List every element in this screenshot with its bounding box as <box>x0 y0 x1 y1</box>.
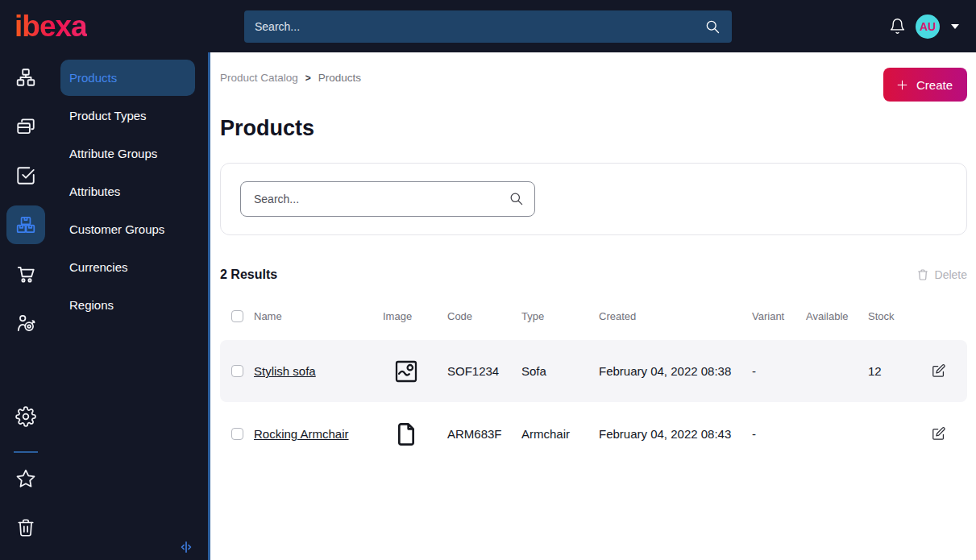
breadcrumb-products: Products <box>318 72 361 84</box>
star-icon <box>15 468 36 489</box>
sidebar-item-label: Customer Groups <box>69 222 164 236</box>
delete-button-label: Delete <box>935 268 967 281</box>
ibexa-logo[interactable]: ibexa <box>15 11 87 41</box>
rail-item-trash[interactable] <box>6 508 45 547</box>
body-row: Products Product Types Attribute Groups … <box>0 52 976 560</box>
plus-icon <box>895 78 909 92</box>
trash-icon <box>15 517 36 538</box>
product-variant: - <box>752 427 806 441</box>
sitemap-icon <box>15 67 36 88</box>
results-count: 2 Results <box>220 268 277 282</box>
rail-bottom-group <box>6 397 45 558</box>
icon-rail <box>0 52 51 560</box>
product-stock: 12 <box>868 364 923 378</box>
rail-item-pages[interactable] <box>6 107 45 146</box>
products-table: Name Image Code Type Created Variant Ava… <box>220 306 967 464</box>
product-boxes-icon <box>15 214 36 235</box>
global-search <box>244 10 732 43</box>
results-row: 2 Results Delete <box>220 268 967 282</box>
customer-target-icon <box>15 313 36 334</box>
rail-item-sitemap[interactable] <box>6 58 45 97</box>
column-header-name: Name <box>254 310 376 322</box>
app-window: ibexa AU <box>0 0 976 560</box>
sidebar-item-label: Attribute Groups <box>69 147 157 160</box>
row-checkbox[interactable] <box>231 365 243 377</box>
column-header-available: Available <box>806 310 868 322</box>
row-checkbox[interactable] <box>231 428 243 440</box>
column-header-image: Image <box>376 310 447 322</box>
sidebar-item-customer-groups[interactable]: Customer Groups <box>60 211 195 247</box>
table-row: Stylish sofa SOF1234 Sofa February 04, 2… <box>220 340 967 402</box>
product-variant: - <box>752 364 806 378</box>
search-icon[interactable] <box>509 191 524 206</box>
notifications-bell-icon[interactable] <box>889 18 906 35</box>
product-type: Sofa <box>521 364 599 378</box>
main-content: Product Catalog > Products Create Produc… <box>210 52 976 560</box>
image-icon <box>392 357 420 386</box>
rail-item-settings[interactable] <box>6 397 45 436</box>
product-type: Armchair <box>521 427 599 441</box>
rail-item-commerce[interactable] <box>6 255 45 293</box>
filter-search <box>240 181 535 217</box>
table-row: Rocking Armchair ARM683F Armchair Februa… <box>220 404 967 464</box>
column-header-type: Type <box>521 310 599 322</box>
sidebar-collapse-icon[interactable] <box>178 539 194 555</box>
product-created: February 04, 2022 08:43 <box>599 427 752 441</box>
rail-item-tasks[interactable] <box>6 156 45 195</box>
product-name-link[interactable]: Rocking Armchair <box>254 427 349 441</box>
global-search-input[interactable] <box>244 20 732 33</box>
rail-item-product-catalog[interactable] <box>6 205 45 244</box>
column-header-code: Code <box>447 310 521 322</box>
user-avatar[interactable]: AU <box>916 15 940 39</box>
sidebar-item-label: Regions <box>69 298 114 312</box>
sidebar-item-label: Currencies <box>69 260 128 274</box>
rail-divider <box>14 451 38 453</box>
product-created: February 04, 2022 08:38 <box>599 364 752 378</box>
logo-area: ibexa <box>15 11 244 41</box>
gear-icon <box>15 406 36 427</box>
column-header-variant: Variant <box>752 310 806 322</box>
rail-item-customers[interactable] <box>6 304 45 342</box>
edit-button[interactable] <box>930 426 946 442</box>
product-name-link[interactable]: Stylish sofa <box>254 364 316 378</box>
sidebar-item-label: Product Types <box>69 109 147 122</box>
sidebar-item-regions[interactable]: Regions <box>60 287 195 323</box>
breadcrumb: Product Catalog > Products <box>220 69 361 84</box>
edit-icon <box>931 426 946 442</box>
user-menu-caret-icon[interactable] <box>951 24 959 29</box>
filter-search-input[interactable] <box>240 181 535 217</box>
product-code: SOF1234 <box>447 364 521 378</box>
edit-button[interactable] <box>930 363 946 380</box>
cart-icon <box>15 263 36 284</box>
rail-item-bookmarks[interactable] <box>6 459 45 498</box>
product-code: ARM683F <box>447 427 521 441</box>
file-icon <box>392 420 420 449</box>
create-button[interactable]: Create <box>883 68 967 102</box>
delete-button[interactable]: Delete <box>916 268 967 281</box>
sidebar-menu: Products Product Types Attribute Groups … <box>51 52 210 560</box>
create-button-label: Create <box>916 78 953 92</box>
sidebar-item-product-types[interactable]: Product Types <box>60 97 195 134</box>
trash-icon <box>916 268 929 281</box>
sidebar-item-attributes[interactable]: Attributes <box>60 173 195 209</box>
sidebar-item-label: Products <box>69 71 117 85</box>
edit-icon <box>931 363 946 379</box>
sidebar-item-currencies[interactable]: Currencies <box>60 249 195 285</box>
filter-card <box>220 163 967 235</box>
pages-icon <box>15 116 36 137</box>
checkbox-check-icon <box>15 165 36 186</box>
column-header-created: Created <box>599 310 752 322</box>
table-header: Name Image Code Type Created Variant Ava… <box>220 306 967 326</box>
breadcrumb-product-catalog[interactable]: Product Catalog <box>220 72 298 84</box>
top-bar: ibexa AU <box>0 0 976 52</box>
column-header-stock: Stock <box>868 310 923 322</box>
breadcrumb-row: Product Catalog > Products Create <box>220 69 967 102</box>
select-all-checkbox[interactable] <box>231 310 243 322</box>
page-title: Products <box>220 116 967 141</box>
sidebar-item-label: Attributes <box>69 185 120 198</box>
topbar-right-group: AU <box>889 15 959 39</box>
search-icon[interactable] <box>704 19 721 35</box>
sidebar-item-attribute-groups[interactable]: Attribute Groups <box>60 135 195 172</box>
sidebar-item-products[interactable]: Products <box>60 60 195 96</box>
breadcrumb-separator: > <box>305 73 311 84</box>
